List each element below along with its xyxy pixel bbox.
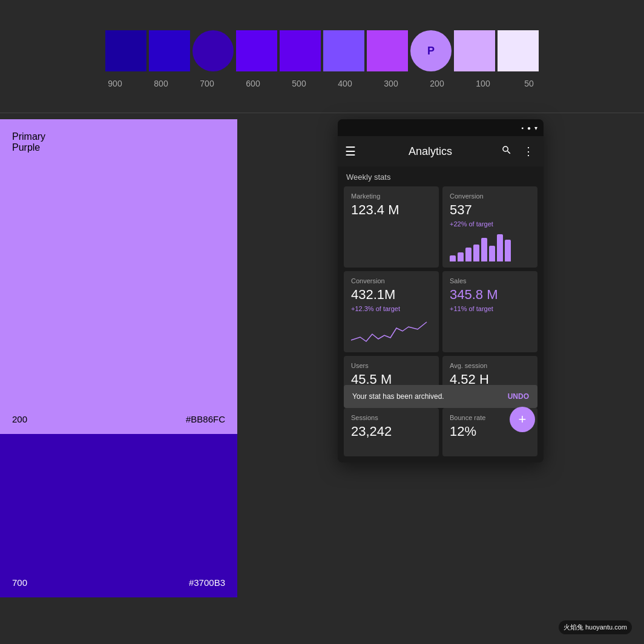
bar <box>481 238 487 261</box>
bar <box>505 240 511 261</box>
battery-icon: ▪ <box>521 125 524 131</box>
swatch-200[interactable]: P <box>410 30 452 71</box>
swatch-label-100: 100 <box>461 79 505 88</box>
swatch-label-200: 200 <box>415 79 459 88</box>
color-700-number: 700 <box>12 577 27 588</box>
color-200-number: 200 <box>12 414 27 424</box>
swatch-600[interactable] <box>236 30 277 71</box>
swatch-800[interactable] <box>149 30 190 71</box>
users-label: Users <box>351 362 432 369</box>
color-panel-top: Primary Purple 200 #BB86FC <box>0 119 237 434</box>
color-200-hex: #BB86FC <box>186 414 225 424</box>
swatch-200-label: P <box>427 45 435 58</box>
menu-icon[interactable]: ☰ <box>345 144 356 159</box>
swatch-500[interactable] <box>280 30 321 71</box>
app-bar: ☰ Analytics ⋮ <box>338 136 544 166</box>
swatches-row: P <box>104 30 540 71</box>
sales-label: Sales <box>450 277 530 284</box>
conversion-bar-label: Conversion <box>450 192 530 200</box>
swatch-label-900: 900 <box>93 79 137 88</box>
weekly-stats-label: Weekly stats <box>344 166 537 186</box>
marketing-label: Marketing <box>351 192 432 200</box>
swatch-100[interactable] <box>454 30 495 71</box>
wifi-icon: ● <box>527 125 531 131</box>
section-divider <box>0 113 644 113</box>
signal-icon: ▾ <box>534 125 537 131</box>
bar <box>450 255 456 261</box>
sales-sub: +11% of target <box>450 305 530 312</box>
swatch-label-400: 400 <box>323 79 367 88</box>
bar <box>465 248 472 261</box>
sessions-value: 23,242 <box>351 424 432 439</box>
snackbar-undo-button[interactable]: UNDO <box>508 392 529 401</box>
color-700-hex: #3700B3 <box>189 577 225 588</box>
bar <box>489 246 495 261</box>
conversion-bar-value: 537 <box>450 202 530 218</box>
watermark: 火焰兔 huoyantu.com <box>559 620 632 634</box>
sessions-label: Sessions <box>351 414 432 421</box>
fab-button[interactable]: + <box>510 407 535 432</box>
swatch-label-50: 50 <box>507 79 551 88</box>
swatch-300[interactable] <box>367 30 408 71</box>
phone-mockup: ▪ ● ▾ ☰ Analytics ⋮ Weekly stats M <box>338 119 544 462</box>
swatch-label-800: 800 <box>139 79 183 88</box>
bar <box>497 234 503 261</box>
avg-session-label: Avg. session <box>450 362 530 369</box>
sessions-card: Sessions 23,242 <box>344 408 439 456</box>
swatch-900[interactable] <box>105 30 146 71</box>
swatches-section: P 900 800 700 600 500 400 300 200 100 50 <box>0 0 644 107</box>
app-title: Analytics <box>368 145 493 158</box>
bar <box>458 252 464 261</box>
color-purple-label: Purple <box>12 142 225 153</box>
sessions-row: Sessions 23,242 Bounce rate 12% <box>344 408 537 456</box>
search-icon[interactable] <box>499 142 514 161</box>
swatch-label-300: 300 <box>369 79 413 88</box>
phone-status-bar: ▪ ● ▾ <box>338 119 544 136</box>
swatch-700[interactable] <box>192 30 234 71</box>
stats-grid: Marketing 123.4 M Conversion 537 +22% of… <box>344 186 537 404</box>
conversion-line-value: 432.1M <box>351 287 432 303</box>
swatch-400[interactable] <box>323 30 364 71</box>
conversion-line-label: Conversion <box>351 277 432 284</box>
conversion-line-sub: +12.3% of target <box>351 305 432 312</box>
swatch-labels: 900 800 700 600 500 400 300 200 100 50 <box>92 79 552 88</box>
snackbar-text: Your stat has been archived. <box>352 392 444 401</box>
conversion-bar-sub: +22% of target <box>450 220 530 228</box>
snackbar: Your stat has been archived. UNDO <box>344 385 537 408</box>
conversion-line-card: Conversion 432.1M +12.3% of target <box>344 271 439 352</box>
color-panel-bottom: 700 #3700B3 <box>0 434 237 597</box>
sales-value: 345.8 M <box>450 287 530 303</box>
swatch-50[interactable] <box>498 30 539 71</box>
bottom-section: Primary Purple 200 #BB86FC 700 #3700B3 ▪… <box>0 119 644 597</box>
more-icon[interactable]: ⋮ <box>521 142 536 160</box>
phone-container: ▪ ● ▾ ☰ Analytics ⋮ Weekly stats M <box>237 119 644 597</box>
swatch-label-700: 700 <box>185 79 229 88</box>
bar-chart <box>450 231 530 261</box>
swatch-label-600: 600 <box>231 79 275 88</box>
bar <box>473 245 479 261</box>
line-chart <box>351 316 432 346</box>
marketing-value: 123.4 M <box>351 202 432 218</box>
sales-card: Sales 345.8 M +11% of target <box>442 271 537 352</box>
conversion-bar-card: Conversion 537 +22% of target <box>442 186 537 268</box>
color-panel: Primary Purple 200 #BB86FC 700 #3700B3 <box>0 119 237 597</box>
swatch-label-500: 500 <box>277 79 321 88</box>
marketing-card: Marketing 123.4 M <box>344 186 439 268</box>
color-primary-label: Primary <box>12 131 225 142</box>
